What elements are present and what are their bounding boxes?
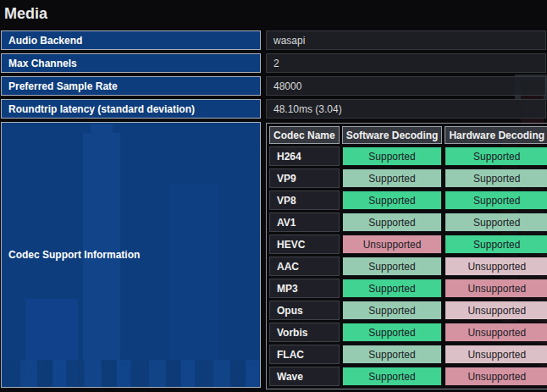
hardware-decoding-status-cell: Unsupported	[445, 301, 547, 320]
hardware-decoding-status-cell: Supported	[445, 168, 547, 188]
header-codec-name: Codec Name	[269, 126, 340, 144]
property-value-cell: 48000	[266, 76, 546, 96]
software-decoding-status-cell: Supported	[342, 257, 443, 276]
property-label-cell: Preferred Sample Rate	[1, 76, 261, 96]
codec-table-header-row: Codec Name Software Decoding Hardware De…	[269, 126, 547, 144]
codec-row: Opus Supported Unsupported	[269, 301, 547, 320]
codec-row: AAC Supported Unsupported	[269, 257, 547, 276]
software-decoding-status-cell: Supported	[342, 279, 443, 298]
hardware-decoding-status-cell: Unsupported	[445, 323, 547, 342]
property-label-cell: Roundtrip latency (standard deviation)	[1, 99, 261, 119]
codec-support-label: Codec Support Information	[8, 249, 140, 261]
property-value-cell: 48.10ms (3.04)	[266, 99, 546, 119]
codec-name-cell: FLAC	[269, 345, 340, 364]
codec-support-row: Codec Support Information Codec Name Sof…	[1, 122, 546, 388]
codec-row: VP8 Supported Supported	[269, 190, 547, 210]
hardware-decoding-status-cell: Unsupported	[445, 367, 547, 386]
codec-name-cell: AV1	[269, 213, 340, 232]
hardware-decoding-status-cell: Supported	[445, 213, 547, 232]
software-decoding-status-cell: Supported	[342, 146, 443, 166]
codec-table: Codec Name Software Decoding Hardware De…	[266, 123, 547, 389]
software-decoding-status-cell: Supported	[342, 190, 443, 210]
codec-support-label-cell: Codec Support Information	[1, 122, 261, 388]
codec-name-cell: AAC	[269, 257, 340, 276]
skyline-tower-top-icon	[91, 124, 113, 135]
page-title: Media	[0, 0, 547, 22]
software-decoding-status-cell: Supported	[342, 345, 443, 364]
codec-row: Wave Supported Unsupported	[269, 367, 547, 386]
codec-row: H264 Supported Supported	[269, 146, 547, 166]
property-value-cell: wasapi	[266, 30, 546, 50]
property-label-cell: Max Channels	[1, 53, 261, 73]
codec-row: VP9 Supported Supported	[269, 168, 547, 188]
property-value-cell: 2	[266, 53, 546, 73]
header-hardware-decoding: Hardware Decoding	[445, 126, 547, 144]
property-row: Max Channels 2	[1, 53, 546, 73]
skyline-strip-icon	[2, 360, 260, 387]
codec-name-cell: Vorbis	[269, 323, 340, 342]
property-row: Audio Backend wasapi	[1, 30, 546, 50]
hardware-decoding-status-cell: Unsupported	[445, 257, 547, 276]
codec-name-cell: VP9	[269, 168, 340, 188]
software-decoding-status-cell: Supported	[342, 168, 443, 188]
property-row: Preferred Sample Rate 48000	[1, 76, 546, 96]
software-decoding-status-cell: Supported	[342, 323, 443, 342]
skyline-building-icon	[169, 184, 218, 387]
hardware-decoding-status-cell: Supported	[445, 235, 547, 254]
codec-table-body: H264 Supported Supported VP9 Supported S…	[269, 146, 547, 386]
software-decoding-status-cell: Unsupported	[342, 235, 443, 254]
properties-table: Audio Backend wasapi Max Channels 2 Pref…	[1, 30, 546, 119]
hardware-decoding-status-cell: Unsupported	[445, 345, 547, 364]
codec-row: Vorbis Supported Unsupported	[269, 323, 547, 342]
software-decoding-status-cell: Supported	[342, 301, 443, 320]
header-software-decoding: Software Decoding	[342, 126, 443, 144]
media-properties-table: Audio Backend wasapi Max Channels 2 Pref…	[1, 30, 546, 388]
property-row: Roundtrip latency (standard deviation) 4…	[1, 99, 546, 119]
software-decoding-status-cell: Supported	[342, 367, 443, 386]
codec-name-cell: MP3	[269, 279, 340, 298]
codec-name-cell: Opus	[269, 301, 340, 320]
codec-name-cell: VP8	[269, 190, 340, 210]
codec-table-area: Codec Name Software Decoding Hardware De…	[266, 122, 547, 388]
codec-name-cell: Wave	[269, 367, 340, 386]
codec-row: FLAC Supported Unsupported	[269, 345, 547, 364]
hardware-decoding-status-cell: Supported	[445, 190, 547, 210]
codec-row: MP3 Supported Unsupported	[269, 279, 547, 298]
codec-name-cell: H264	[269, 146, 340, 166]
codec-row: HEVC Unsupported Supported	[269, 235, 547, 254]
property-label-cell: Audio Backend	[1, 30, 261, 50]
codec-name-cell: HEVC	[269, 235, 340, 254]
hardware-decoding-status-cell: Unsupported	[445, 279, 547, 298]
codec-row: AV1 Supported Supported	[269, 213, 547, 232]
software-decoding-status-cell: Supported	[342, 213, 443, 232]
hardware-decoding-status-cell: Supported	[445, 146, 547, 166]
